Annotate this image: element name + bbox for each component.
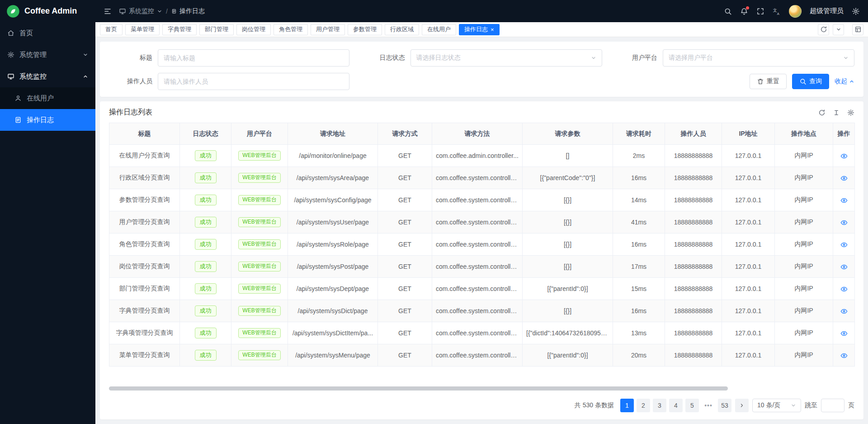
sidebar-item-online-users[interactable]: 在线用户 xyxy=(0,87,95,109)
column-header: 标题 xyxy=(109,123,180,145)
layout-fullscreen-icon[interactable] xyxy=(852,24,863,35)
view-detail-eye-icon[interactable] xyxy=(840,263,848,271)
tab-label: 首页 xyxy=(105,25,117,33)
params-cell: [{}] xyxy=(523,233,613,256)
chevron-down-icon xyxy=(157,9,162,14)
tab-item[interactable]: 在线用户 xyxy=(422,24,456,35)
status-badge: 成功 xyxy=(195,217,217,228)
avatar[interactable] xyxy=(789,5,802,18)
breadcrumb-item-system-monitor[interactable]: 系统监控 xyxy=(119,7,162,15)
table-row: 用户管理分页查询成功WEB管理后台/api/system/sysUser/pag… xyxy=(109,211,855,233)
search-button[interactable]: 查询 xyxy=(792,74,829,89)
method-cell: com.coffee.system.controlle... xyxy=(432,233,523,256)
page-button[interactable]: 4 xyxy=(669,399,683,412)
notification-bell-icon[interactable] xyxy=(740,7,748,15)
log-status-select[interactable]: 请选择日志状态 xyxy=(410,49,602,67)
collapse-filter-link[interactable]: 收起 xyxy=(835,77,854,86)
refresh-tabs-icon[interactable] xyxy=(818,24,829,35)
platform-badge: WEB管理后台 xyxy=(238,328,280,338)
tab-item[interactable]: 用户管理 xyxy=(311,24,345,35)
collapse-sidebar-icon[interactable] xyxy=(104,7,112,15)
table-row: 在线用户分页查询成功WEB管理后台/api/monitor/online/pag… xyxy=(109,145,855,167)
page-button[interactable]: 5 xyxy=(685,399,699,412)
refresh-icon[interactable] xyxy=(818,109,826,116)
user-platform-select[interactable]: 请选择用户平台 xyxy=(663,49,854,67)
tab-item[interactable]: 操作日志× xyxy=(459,24,500,35)
view-detail-eye-icon[interactable] xyxy=(840,241,848,248)
user-platform-placeholder: 请选择用户平台 xyxy=(669,54,713,62)
tab-item[interactable]: 首页 xyxy=(100,24,123,35)
params-cell: [{}] xyxy=(523,211,613,233)
status-cell: 成功 xyxy=(180,256,231,278)
page-button[interactable]: 2 xyxy=(637,399,650,412)
operator-cell: 18888888888 xyxy=(665,322,722,344)
filter-panel: 标题 日志状态 请选择日志状态 用户平台 请选择用户平台 xyxy=(100,42,863,97)
title-input[interactable] xyxy=(158,49,349,67)
status-cell: 成功 xyxy=(180,344,231,367)
http_method-cell: GET xyxy=(378,300,432,322)
method-cell: com.coffee.system.controlle... xyxy=(432,167,523,189)
user-platform-field-group: 用户平台 请选择用户平台 xyxy=(614,49,854,67)
page-button[interactable]: 1 xyxy=(620,399,634,412)
tab-item[interactable]: 角色管理 xyxy=(274,24,308,35)
chevron-up-icon xyxy=(83,74,88,79)
platform-cell: WEB管理后台 xyxy=(231,233,288,256)
sidebar-item-system-management[interactable]: 系统管理 xyxy=(0,44,95,66)
tab-label: 参数管理 xyxy=(353,25,377,33)
sidebar-item-system-monitor[interactable]: 系统监控 xyxy=(0,66,95,87)
username[interactable]: 超级管理员 xyxy=(810,7,844,15)
page-button[interactable]: 53 xyxy=(718,399,731,412)
tab-item[interactable]: 菜单管理 xyxy=(125,24,160,35)
operator-cell: 18888888888 xyxy=(665,233,722,256)
view-detail-eye-icon[interactable] xyxy=(840,197,848,204)
row-density-icon[interactable] xyxy=(833,109,840,116)
translate-icon[interactable]: 文A xyxy=(773,7,781,15)
reset-button[interactable]: 重置 xyxy=(750,74,787,89)
page-size-select[interactable]: 10 条/页 xyxy=(752,399,801,412)
operator-cell: 18888888888 xyxy=(665,344,722,367)
view-detail-eye-icon[interactable] xyxy=(840,352,848,359)
view-detail-eye-icon[interactable] xyxy=(840,175,848,182)
operation-cell xyxy=(833,300,855,322)
next-page-button[interactable] xyxy=(735,399,749,412)
jump-label: 跳至 xyxy=(805,401,817,410)
search-icon[interactable] xyxy=(724,7,732,15)
app-logo[interactable]: Coffee Admin xyxy=(0,0,95,22)
params-cell: [] xyxy=(523,145,613,167)
method-cell: com.coffee.system.controlle... xyxy=(432,189,523,211)
document-icon xyxy=(14,116,22,124)
sidebar-item-operation-log[interactable]: 操作日志 xyxy=(0,109,95,131)
tab-label: 岗位管理 xyxy=(242,25,265,33)
operator-input[interactable] xyxy=(158,73,349,90)
jump-page-input[interactable] xyxy=(821,399,844,412)
tab-item[interactable]: 字典管理 xyxy=(162,24,197,35)
table-head: 操作日志列表 xyxy=(109,108,854,117)
table-row: 角色管理分页查询成功WEB管理后台/api/system/sysRole/pag… xyxy=(109,233,855,256)
url-cell: /api/system/sysUser/page xyxy=(288,211,378,233)
close-tab-icon[interactable]: × xyxy=(491,27,494,33)
method-cell: com.coffee.system.controlle... xyxy=(432,322,523,344)
column-settings-gear-icon[interactable] xyxy=(847,109,854,116)
sidebar-item-label: 系统监控 xyxy=(19,72,47,81)
tab-item[interactable]: 部门管理 xyxy=(199,24,234,35)
table-footer: 共 530 条数据 12345•••53 10 条/页 跳至 页 xyxy=(109,375,854,414)
view-detail-eye-icon[interactable] xyxy=(840,330,848,337)
params-cell: [{}] xyxy=(523,300,613,322)
horizontal-scrollbar[interactable] xyxy=(109,386,854,391)
tab-item[interactable]: 参数管理 xyxy=(348,24,382,35)
tab-item[interactable]: 岗位管理 xyxy=(236,24,271,35)
scrollbar-thumb[interactable] xyxy=(109,386,728,391)
url-cell: /api/system/sysDept/page xyxy=(288,278,378,300)
http_method-cell: GET xyxy=(378,189,432,211)
tab-item[interactable]: 行政区域 xyxy=(385,24,419,35)
theme-settings-gear-icon[interactable] xyxy=(852,7,860,15)
fullscreen-icon[interactable] xyxy=(756,7,764,15)
tab-options-chevron-down-icon[interactable] xyxy=(833,24,844,35)
view-detail-eye-icon[interactable] xyxy=(840,286,848,293)
view-detail-eye-icon[interactable] xyxy=(840,219,848,226)
view-detail-eye-icon[interactable] xyxy=(840,308,848,315)
sidebar-item-home[interactable]: 首页 xyxy=(0,22,95,44)
pagination-total: 共 530 条数据 xyxy=(575,401,614,410)
view-detail-eye-icon[interactable] xyxy=(840,152,848,160)
page-button[interactable]: 3 xyxy=(653,399,666,412)
